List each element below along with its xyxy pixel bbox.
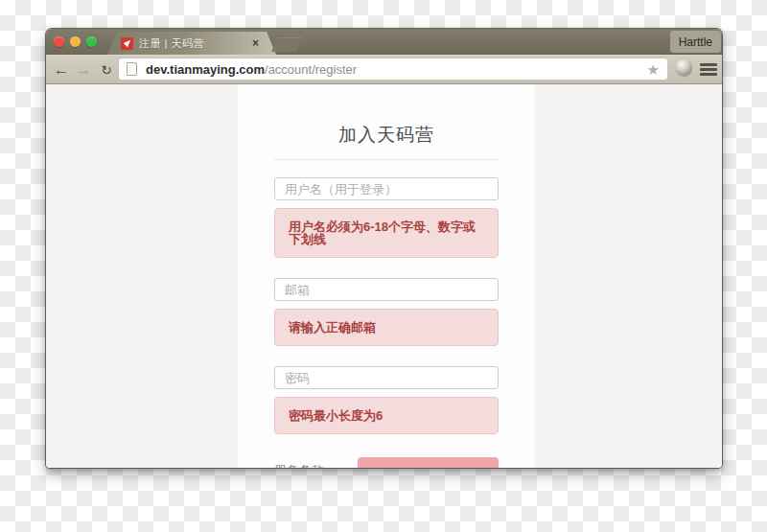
title-bar: 注册 | 天码营 × Harttle xyxy=(46,29,722,55)
register-form-panel: 加入天码营 用户名必须为6-18个字母、数字或下划线 请输入正确邮箱 密码最小长… xyxy=(238,84,535,468)
menu-bar xyxy=(700,63,717,66)
email-input[interactable] xyxy=(274,278,499,301)
browser-tab[interactable]: 注册 | 天码营 × xyxy=(107,32,276,55)
url-text: dev.tianmaying.com/account/register xyxy=(146,62,647,77)
traffic-lights xyxy=(54,36,97,47)
reload-icon[interactable]: ↻ xyxy=(96,58,117,81)
page-viewport: 加入天码营 用户名必须为6-18个字母、数字或下划线 请输入正确邮箱 密码最小长… xyxy=(46,84,722,468)
address-bar[interactable]: dev.tianmaying.com/account/register ★ xyxy=(118,58,668,81)
terms-link[interactable]: 服务条款 xyxy=(274,457,324,468)
tab-close-icon[interactable]: × xyxy=(252,37,259,49)
username-input[interactable] xyxy=(274,177,499,200)
page-title: 加入天码营 xyxy=(274,125,499,146)
register-button[interactable]: 同意服务条款，注册 xyxy=(358,457,500,468)
site-favicon-icon xyxy=(121,37,133,50)
form-footer: 服务条款 同意服务条款，注册 xyxy=(274,457,499,468)
tab-title: 注册 | 天码营 xyxy=(139,36,246,51)
url-domain: dev.tianmaying.com xyxy=(146,62,265,77)
zoom-window-button[interactable] xyxy=(86,36,97,47)
browser-toolbar: ← → ↻ dev.tianmaying.com/account/registe… xyxy=(46,55,722,84)
password-error: 密码最小长度为6 xyxy=(274,397,499,434)
page-icon[interactable] xyxy=(127,62,137,76)
new-tab-button[interactable] xyxy=(271,37,302,52)
browser-window: 注册 | 天码营 × Harttle ← → ↻ dev.tianmaying.… xyxy=(46,29,722,468)
divider xyxy=(274,159,499,160)
profile-name: Harttle xyxy=(679,35,712,49)
password-input[interactable] xyxy=(274,366,499,389)
arrow-ne-icon xyxy=(122,38,132,49)
username-error: 用户名必须为6-18个字母、数字或下划线 xyxy=(274,208,499,258)
email-error: 请输入正确邮箱 xyxy=(274,309,499,346)
minimize-window-button[interactable] xyxy=(70,36,81,47)
menu-icon[interactable] xyxy=(700,63,717,78)
forward-icon: → xyxy=(73,58,94,81)
url-path: /account/register xyxy=(265,62,357,77)
profile-chip[interactable]: Harttle xyxy=(670,31,721,53)
menu-bar xyxy=(700,68,717,71)
extension-sphere-icon[interactable] xyxy=(676,59,692,76)
back-icon[interactable]: ← xyxy=(51,58,72,81)
close-window-button[interactable] xyxy=(54,36,64,47)
bookmark-star-icon[interactable]: ★ xyxy=(647,62,660,77)
menu-bar xyxy=(700,73,717,76)
